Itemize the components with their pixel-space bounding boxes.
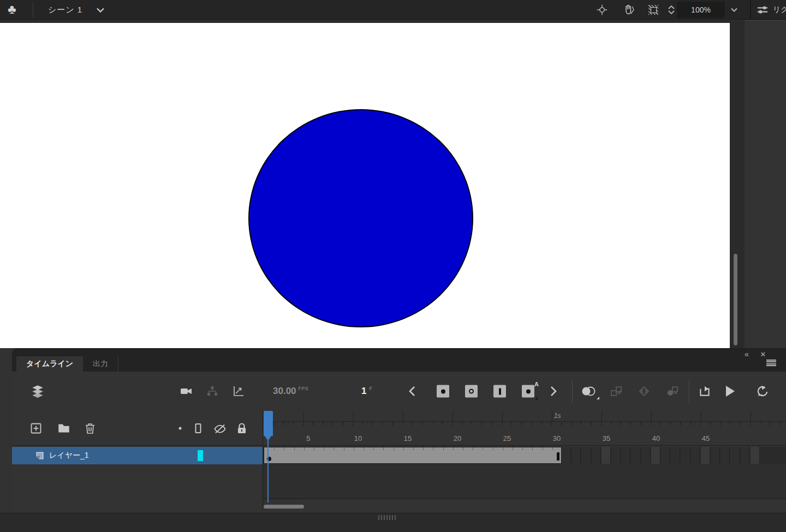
frame-tick [412, 422, 413, 426]
rotation-tool-icon[interactable] [619, 3, 638, 17]
frame-span[interactable] [264, 447, 562, 464]
step-forward-icon[interactable] [550, 386, 557, 397]
empty-frame-cell[interactable] [711, 447, 720, 464]
empty-frame-cell[interactable] [651, 447, 660, 464]
empty-frame-cell[interactable] [602, 447, 611, 464]
empty-frame-cell[interactable] [751, 447, 760, 464]
scene-name-label: シーン 1 [48, 5, 82, 15]
step-back-icon[interactable] [408, 386, 415, 397]
panel-menu-icon[interactable] [766, 360, 776, 366]
span-frame-tick [483, 447, 483, 450]
frame-number-label: 20 [450, 434, 465, 443]
empty-frame-cell[interactable] [592, 447, 601, 464]
lock-layers-icon[interactable] [235, 422, 248, 435]
camera-icon[interactable] [180, 385, 193, 398]
timeline-tabs: タイムライン 出力 [16, 356, 118, 372]
frame-tick [323, 422, 323, 426]
seconds-ruler-divider [751, 411, 751, 422]
frame-tick [670, 422, 671, 426]
layers-view-icon[interactable] [31, 384, 45, 398]
empty-frame-cell[interactable] [720, 447, 730, 464]
layer-outline-color-swatch[interactable] [198, 450, 203, 461]
frame-tick [432, 422, 432, 426]
playhead[interactable] [264, 411, 273, 503]
empty-frame-cell[interactable] [631, 447, 640, 464]
onion-skin-icon[interactable] [581, 385, 596, 397]
empty-frame-cell[interactable] [562, 447, 571, 464]
seconds-ruler-divider [602, 411, 602, 422]
insert-blank-keyframe-button[interactable] [465, 385, 478, 398]
frame-tick [422, 422, 422, 426]
empty-frame-cell[interactable] [701, 447, 710, 464]
empty-frame-cell[interactable] [691, 447, 700, 464]
loop-playback-icon[interactable] [698, 384, 712, 398]
span-frame-tick [354, 447, 354, 450]
create-motion-tween-icon[interactable] [666, 385, 679, 398]
graph-editor-icon[interactable] [232, 385, 245, 398]
empty-frame-cell[interactable] [661, 447, 670, 464]
frame-tick [521, 422, 522, 426]
frame-number-ruler[interactable]: 51015202530354045 [263, 422, 786, 446]
empty-frame-cell[interactable] [581, 447, 591, 464]
tab-output[interactable]: 出力 [83, 356, 118, 372]
animate-app: ♣ シーン 1 [0, 0, 786, 532]
toolbar-divider [33, 2, 33, 17]
outline-layers-toggle[interactable] [195, 423, 201, 433]
parenting-view-icon[interactable] [206, 385, 219, 398]
empty-frame-cell[interactable] [571, 447, 581, 464]
collapse-icons-button[interactable]: « [741, 350, 752, 358]
frame-tick [760, 422, 760, 426]
play-button[interactable] [726, 386, 735, 397]
auto-keyframe-button[interactable]: A [522, 385, 534, 398]
frame-tick [690, 422, 691, 426]
center-stage-icon[interactable] [593, 3, 611, 17]
frame-tick [343, 422, 343, 426]
current-frame-control[interactable]: 1 F [361, 372, 372, 411]
right-dock-body [746, 20, 786, 348]
stage-canvas[interactable] [0, 23, 730, 348]
rewind-icon[interactable] [755, 384, 770, 398]
tab-timeline[interactable]: タイムライン [16, 356, 83, 372]
insert-keyframe-button[interactable] [437, 385, 449, 398]
frame-tick [770, 422, 770, 426]
seconds-ruler-divider [403, 411, 403, 422]
add-folder-button[interactable] [57, 421, 71, 435]
empty-frame-cell[interactable] [681, 447, 690, 464]
blue-circle-shape[interactable] [248, 109, 473, 327]
zoom-level-input[interactable]: 100% [677, 2, 725, 18]
create-classic-tween-icon[interactable] [610, 385, 623, 398]
span-frame-tick [453, 447, 454, 450]
panel-resize-gripper[interactable] [378, 515, 396, 520]
insert-frame-button[interactable] [493, 385, 506, 398]
empty-frame-cell[interactable] [741, 447, 750, 464]
add-layer-button[interactable] [29, 422, 43, 435]
layer-row-1[interactable]: レイヤー_1 [12, 447, 263, 464]
frame-rate-control[interactable]: 30.00 FPS [273, 372, 309, 411]
span-frame-tick [344, 447, 344, 450]
timeline-horizontal-scrollbar[interactable] [264, 505, 304, 509]
hide-layers-icon[interactable] [213, 421, 227, 435]
seconds-ruler-divider [651, 411, 652, 422]
empty-frame-cell[interactable] [641, 447, 651, 464]
zoom-dropdown-icon[interactable] [725, 3, 743, 17]
frame-tick [541, 422, 542, 426]
close-panel-icon[interactable]: ✕ [758, 350, 769, 358]
right-dock-header[interactable]: リグ [750, 0, 786, 20]
clip-content-icon[interactable] [644, 3, 663, 17]
stage-vertical-scrollbar[interactable] [734, 254, 737, 345]
delete-layer-button[interactable] [84, 422, 97, 435]
scene-switcher[interactable]: シーン 1 [48, 0, 104, 20]
empty-frame-cell[interactable] [730, 447, 740, 464]
empty-frame-cell[interactable] [671, 447, 680, 464]
empty-frame-cell[interactable] [611, 447, 621, 464]
span-frame-tick [433, 447, 433, 450]
layer-frames-band[interactable] [263, 447, 786, 464]
current-frame-unit: F [369, 386, 372, 391]
zoom-stepper[interactable] [668, 5, 675, 14]
create-shape-tween-icon[interactable] [638, 385, 651, 398]
seconds-ruler[interactable]: 1s [263, 411, 786, 422]
highlight-layers-toggle[interactable] [179, 427, 182, 430]
frame-tick [402, 422, 403, 426]
empty-frame-cell[interactable] [621, 447, 630, 464]
symbol-edit-icon[interactable]: ♣ [8, 2, 16, 17]
